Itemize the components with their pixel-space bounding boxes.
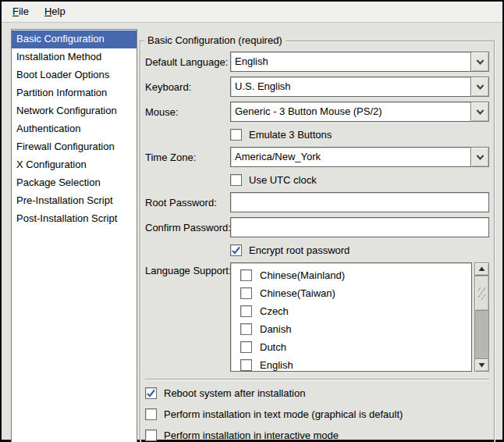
default-language-select[interactable]: English: [230, 52, 489, 72]
confirm-password-label: Confirm Password:: [145, 222, 227, 233]
menu-help[interactable]: Help: [37, 2, 73, 21]
basic-configuration-frame: Basic Configuration (required) Default L…: [140, 41, 495, 442]
sidebar-item-basic-configuration[interactable]: Basic Configuration: [12, 30, 137, 48]
checkbox-box[interactable]: [240, 323, 252, 335]
language-option-dutch[interactable]: Dutch: [240, 338, 471, 356]
chevron-down-icon[interactable]: [470, 52, 489, 72]
sidebar-item-authentication[interactable]: Authentication: [12, 120, 137, 138]
language-option-english[interactable]: English: [240, 356, 471, 372]
scroll-up-button[interactable]: [474, 262, 489, 276]
language-option-label: Chinese(Taiwan): [260, 287, 335, 299]
frame-title: Basic Configuration (required): [144, 34, 286, 47]
arrow-up-icon: [478, 266, 485, 272]
language-support-list: Chinese(Mainland) Chinese(Taiwan): [230, 262, 472, 372]
checkbox-box[interactable]: [240, 269, 252, 281]
checkbox-label: Emulate 3 Buttons: [249, 129, 332, 141]
sidebar-item-partition-information[interactable]: Partition Information: [12, 84, 137, 102]
use-utc-clock-checkbox[interactable]: Use UTC clock: [230, 172, 489, 187]
menubar: File Help: [2, 2, 502, 23]
keyboard-select[interactable]: U.S. English: [230, 77, 489, 97]
emulate-3-buttons-checkbox[interactable]: Emulate 3 Buttons: [230, 127, 489, 142]
section-list: Basic Configuration Installation Method …: [11, 29, 137, 442]
language-option-label: English: [260, 359, 293, 371]
time-zone-value: America/New_York: [230, 147, 470, 167]
confirm-password-input[interactable]: [230, 217, 489, 237]
arrow-down-icon: [478, 362, 485, 368]
separator: [145, 379, 489, 380]
default-language-label: Default Language:: [145, 56, 227, 68]
checkbox-label: Use UTC clock: [249, 174, 317, 186]
checkbox-box[interactable]: [230, 244, 242, 256]
checkbox-box[interactable]: [240, 305, 252, 317]
keyboard-label: Keyboard:: [145, 81, 227, 93]
chevron-down-icon[interactable]: [470, 147, 489, 167]
language-option-chinese-mainland[interactable]: Chinese(Mainland): [240, 266, 471, 284]
kickstart-configurator-window: File Help Basic Configuration Installati…: [0, 0, 504, 442]
sidebar-item-firewall-configuration[interactable]: Firewall Configuration: [12, 138, 137, 156]
keyboard-value: U.S. English: [230, 77, 470, 97]
mouse-value: Generic - 3 Button Mouse (PS/2): [230, 102, 470, 122]
checkbox-label: Encrypt root password: [249, 244, 350, 256]
checkbox-box[interactable]: [145, 387, 157, 399]
language-option-danish[interactable]: Danish: [240, 320, 471, 338]
checkbox-label: Perform installation in interactive mode: [164, 430, 339, 441]
chevron-down-icon[interactable]: [470, 102, 489, 122]
sidebar-item-x-configuration[interactable]: X Configuration: [12, 156, 137, 174]
checkbox-box[interactable]: [240, 287, 252, 299]
scrollbar-track[interactable]: [474, 276, 489, 358]
mouse-label: Mouse:: [145, 106, 227, 118]
sidebar-item-installation-method[interactable]: Installation Method: [12, 48, 137, 66]
language-option-label: Chinese(Mainland): [260, 269, 345, 281]
chevron-down-icon[interactable]: [470, 77, 489, 97]
encrypt-root-password-checkbox[interactable]: Encrypt root password: [230, 242, 489, 258]
sidebar-item-boot-loader-options[interactable]: Boot Loader Options: [12, 66, 137, 84]
language-option-label: Dutch: [260, 341, 286, 353]
sidebar-item-pre-installation-script[interactable]: Pre-Installation Script: [12, 192, 137, 210]
language-option-czech[interactable]: Czech: [240, 302, 471, 320]
text-mode-installation-checkbox[interactable]: Perform installation in text mode (graph…: [145, 408, 489, 420]
checkbox-box[interactable]: [145, 430, 157, 441]
root-password-label: Root Password:: [145, 197, 227, 209]
language-support-listwrap: Chinese(Mainland) Chinese(Taiwan): [230, 262, 489, 372]
mouse-select[interactable]: Generic - 3 Button Mouse (PS/2): [230, 102, 489, 122]
main-area: Basic Configuration Installation Method …: [2, 23, 502, 442]
scrollbar-thumb[interactable]: [474, 276, 489, 311]
language-option-label: Danish: [260, 323, 291, 335]
language-option-chinese-taiwan[interactable]: Chinese(Taiwan): [240, 284, 471, 302]
sidebar-item-post-installation-script[interactable]: Post-Installation Script: [12, 210, 137, 228]
sidebar-item-package-selection[interactable]: Package Selection: [12, 174, 137, 192]
interactive-mode-installation-checkbox[interactable]: Perform installation in interactive mode: [145, 429, 489, 441]
menu-file[interactable]: File: [5, 2, 37, 21]
basic-configuration-form: Default Language: English Keyboard: U.S.…: [145, 52, 489, 372]
sidebar-item-network-configuration[interactable]: Network Configuration: [12, 102, 137, 120]
checkbox-box[interactable]: [145, 408, 157, 420]
language-list-scrollbar[interactable]: [474, 262, 489, 372]
checkbox-label: Perform installation in text mode (graph…: [164, 408, 403, 420]
language-option-label: Czech: [260, 305, 289, 317]
checkbox-box[interactable]: [240, 341, 252, 353]
time-zone-select[interactable]: America/New_York: [230, 147, 489, 167]
language-support-label: Language Support:: [145, 262, 227, 276]
scroll-down-button[interactable]: [474, 358, 489, 372]
reboot-after-installation-checkbox[interactable]: Reboot system after installation: [145, 387, 489, 399]
checkbox-box[interactable]: [240, 359, 252, 371]
root-password-input[interactable]: [230, 192, 489, 212]
default-language-value: English: [230, 52, 470, 72]
checkbox-label: Reboot system after installation: [164, 387, 305, 399]
checkbox-box[interactable]: [230, 129, 242, 141]
checkbox-box[interactable]: [230, 174, 242, 186]
time-zone-label: Time Zone:: [145, 151, 227, 163]
bottom-options: Reboot system after installation Perform…: [145, 387, 489, 441]
